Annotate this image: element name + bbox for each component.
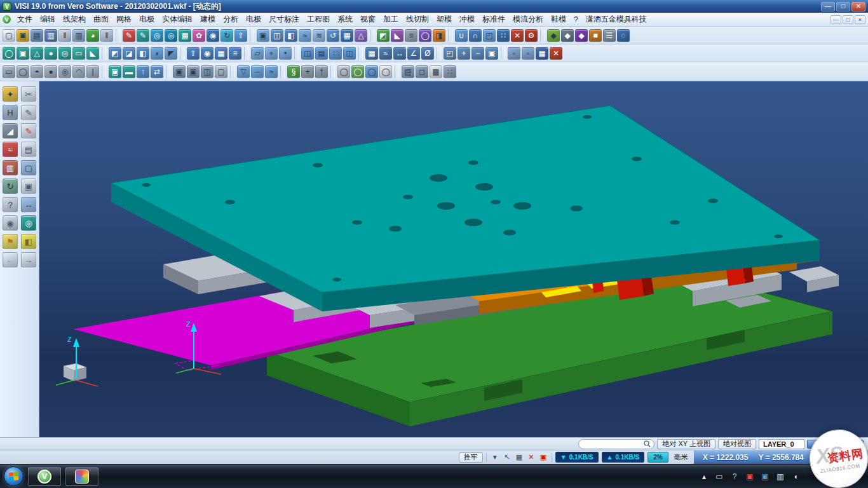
tray-alert-red-icon[interactable]: ▣ (745, 471, 755, 482)
mold-slate-icon[interactable]: ◆ (561, 29, 574, 42)
zoom-out-icon[interactable]: − (471, 47, 484, 60)
measure-icon[interactable]: ↔ (21, 197, 36, 212)
menu-item-6[interactable]: 电极 (135, 13, 158, 26)
cube-face-icon[interactable]: ◧ (137, 47, 149, 60)
mold-purple-icon[interactable]: ◆ (575, 29, 588, 42)
select-wand-icon[interactable]: ✦ (3, 86, 18, 102)
tray-help-icon[interactable]: ? (729, 471, 740, 482)
cube-small-a-icon[interactable]: ▫ (508, 47, 520, 60)
cube-stack-icon[interactable]: ▤ (315, 47, 328, 60)
cylinder-blue-icon[interactable]: ◯ (365, 65, 378, 78)
taskbar-design-app-button[interactable] (65, 467, 98, 486)
trim-knife-icon[interactable]: ◢ (3, 123, 18, 139)
dome-gray-icon[interactable]: ◠ (72, 65, 85, 78)
snap-grid-icon[interactable]: ▦ (514, 452, 524, 463)
pen-edit-icon[interactable]: ✎ (21, 123, 36, 139)
pin-gray-icon[interactable]: | (86, 65, 99, 78)
shell-icon[interactable]: ◰ (483, 29, 496, 42)
dim-angle-icon[interactable]: ∠ (407, 47, 420, 60)
cylinder-white-icon[interactable]: ◯ (379, 65, 392, 78)
spring-green-icon[interactable]: § (287, 65, 300, 78)
save-file-icon[interactable]: ▤ (31, 29, 43, 42)
menu-item-3[interactable]: 线架构 (59, 13, 90, 26)
settings-grid-icon[interactable]: ∷ (444, 65, 456, 78)
palette-sheet-icon[interactable]: ◧ (21, 234, 36, 249)
menu-item-15[interactable]: 加工 (379, 13, 402, 26)
toolbox-blue-icon[interactable]: ◌ (617, 29, 630, 42)
boolean-intersect-icon[interactable]: ∩ (469, 29, 482, 42)
rib-icon[interactable]: ≡ (229, 47, 241, 60)
pick-filter-icon[interactable]: ▾ (490, 452, 500, 463)
cylinder-green-icon[interactable]: ◯ (351, 65, 364, 78)
menu-item-20[interactable]: 模流分析 (509, 13, 547, 26)
search-box[interactable] (578, 439, 654, 449)
preview-green-icon[interactable]: ◕ (86, 29, 99, 42)
globe-icon[interactable]: ◎ (151, 29, 163, 42)
cube-green-icon[interactable]: ◩ (377, 29, 390, 42)
menu-item-22[interactable]: ? (570, 14, 582, 25)
delete-red-icon[interactable]: ✕ (511, 29, 524, 42)
menu-item-1[interactable]: 文件 (13, 13, 36, 26)
plot-preview-icon[interactable]: ▥ (72, 29, 85, 42)
cool-line-icon[interactable]: ≈ (265, 65, 278, 78)
torus-teal-icon[interactable]: ◎ (58, 47, 71, 60)
disk-gray-icon[interactable]: ● (44, 65, 57, 78)
menu-item-14[interactable]: 视窗 (356, 13, 379, 26)
chamfer-icon[interactable]: ◤ (165, 47, 177, 60)
curve-red-icon[interactable]: ≈ (3, 142, 18, 157)
new-file-icon[interactable]: ▢ (3, 29, 15, 42)
cylinder-gray-icon[interactable]: ◯ (17, 65, 29, 78)
mesh-grid-icon[interactable]: ▦ (341, 29, 353, 42)
pattern-icon[interactable]: ∷ (497, 29, 510, 42)
absolute-view-button[interactable]: 绝对视图 (718, 439, 756, 449)
cube-corner-icon[interactable]: ◩ (109, 47, 121, 60)
menu-item-23[interactable]: 潇洒五金模具科技 (582, 13, 651, 26)
menu-item-4[interactable]: 曲面 (90, 13, 112, 26)
history-back-icon[interactable]: ← (3, 252, 18, 268)
menu-item-19[interactable]: 标准件 (478, 13, 509, 26)
lock-view-icon[interactable]: ◉ (3, 215, 18, 231)
pencil-red-icon[interactable]: ✎ (123, 29, 135, 42)
pencil-icon[interactable]: ✎ (21, 105, 36, 120)
flower-pink-icon[interactable]: ✿ (193, 29, 205, 42)
menu-item-18[interactable]: 冲模 (456, 13, 478, 26)
taskbar-visi-button[interactable]: V (28, 467, 61, 486)
mdi-restore-button[interactable]: □ (843, 15, 853, 24)
lock-toggle-button[interactable]: 拴牢 (459, 452, 483, 463)
rail-teal-icon[interactable]: ▬ (123, 65, 135, 78)
wedge-purple-icon[interactable]: ◣ (391, 29, 403, 42)
maximize-button[interactable]: □ (836, 2, 850, 11)
cylinder-purple-icon[interactable]: ◯ (419, 29, 431, 42)
extrude-icon[interactable]: ⇧ (187, 47, 200, 60)
stop-record-icon[interactable]: ▣ (538, 452, 548, 463)
3d-viewport[interactable]: Z Z (39, 81, 868, 437)
stack-3d-icon[interactable]: ☰ (603, 29, 616, 42)
menu-item-8[interactable]: 建模 (196, 13, 219, 26)
cube-ghost-icon[interactable]: ▢ (215, 65, 227, 78)
book-red-icon[interactable]: ▥ (3, 160, 18, 175)
axis-cross-icon[interactable]: + (265, 47, 278, 60)
checker-flag-icon[interactable]: ▩ (430, 65, 442, 78)
scissors-icon[interactable]: ✂ (21, 86, 36, 102)
view-cube-icon[interactable]: ◰ (444, 47, 456, 60)
tray-chevron-icon[interactable]: ▴ (699, 471, 709, 482)
cube-small-b-icon[interactable]: ▫ (522, 47, 534, 60)
dim-radius-icon[interactable]: Ø (421, 47, 434, 60)
tray-monitor-icon[interactable]: ▭ (714, 471, 724, 482)
world-mesh-icon[interactable]: ◎ (165, 29, 177, 42)
gate-icon[interactable]: ▽ (237, 65, 250, 78)
stack-gray-icon[interactable]: ≡ (405, 29, 417, 42)
snap-grid-tool-icon[interactable]: ▦ (365, 47, 378, 60)
cube-blue-top-icon[interactable]: ◫ (301, 47, 314, 60)
minimize-button[interactable]: — (821, 2, 835, 11)
up-arrow-blue-icon[interactable]: ⇧ (234, 29, 247, 42)
tray-app-blue-icon[interactable]: ▣ (760, 471, 770, 482)
pause-icon[interactable]: ‖ (100, 29, 113, 42)
sheet-blue-icon[interactable]: ▢ (21, 160, 36, 175)
layer-selector[interactable]: LAYER_0 (759, 439, 804, 449)
cap-gray-icon[interactable]: ◓ (31, 65, 43, 78)
view-xy-button[interactable]: 绝对 XY 上视图 (657, 439, 715, 449)
hatch-h-icon[interactable]: H (3, 105, 18, 120)
surface-loft-icon[interactable]: ≋ (313, 29, 325, 42)
cube-dot-icon[interactable]: ▣ (173, 65, 186, 78)
